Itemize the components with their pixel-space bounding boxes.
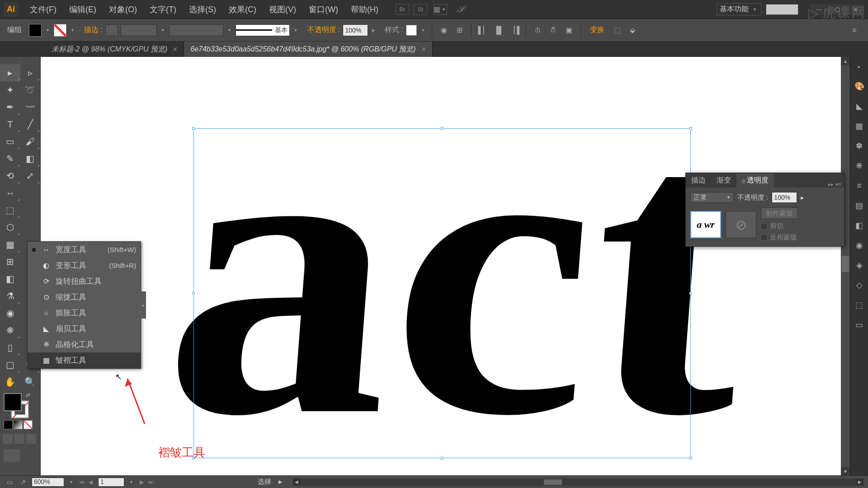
flyout-scallop-tool[interactable]: ◣ 扇贝工具 bbox=[28, 321, 141, 337]
flyout-crystallize-tool[interactable]: ※ 晶格化工具 bbox=[28, 337, 141, 352]
menu-help[interactable]: 帮助(H) bbox=[344, 2, 385, 17]
transform-link[interactable]: 变换 bbox=[590, 25, 604, 35]
next-artboard-button[interactable]: ▶ bbox=[138, 479, 146, 486]
chevron-down-icon[interactable]: ▼ bbox=[292, 28, 299, 33]
graphic-style-swatch[interactable] bbox=[406, 25, 417, 36]
chevron-down-icon[interactable]: ▼ bbox=[420, 28, 426, 33]
draw-inside-button[interactable] bbox=[26, 434, 36, 444]
rotate-tool[interactable]: ⟲ bbox=[0, 167, 20, 184]
gradient-panel-button[interactable]: ▤ bbox=[853, 199, 866, 212]
asset-export-panel-button[interactable]: ⬚ bbox=[853, 298, 866, 312]
bridge-button[interactable]: Br bbox=[396, 4, 409, 15]
opacity-input[interactable]: 100% bbox=[343, 24, 368, 36]
artboard-tool[interactable]: ▢ bbox=[0, 356, 20, 373]
color-mode-button[interactable] bbox=[4, 420, 13, 429]
layers-panel-button[interactable]: ◇ bbox=[853, 278, 866, 292]
flyout-warp-tool[interactable]: ◐ 变形工具 (Shift+R) bbox=[28, 258, 141, 273]
menu-view[interactable]: 视图(V) bbox=[263, 2, 302, 17]
stroke-swatch[interactable] bbox=[54, 24, 66, 37]
menu-edit[interactable]: 编辑(E) bbox=[63, 2, 103, 17]
eyedropper-tool[interactable]: ⚗ bbox=[0, 287, 20, 305]
align-left-button[interactable]: ▌▏ bbox=[477, 24, 490, 37]
column-graph-tool[interactable]: ▯ bbox=[0, 339, 20, 356]
mesh-tool[interactable]: ⊞ bbox=[0, 253, 20, 270]
appearance-panel-button[interactable]: ◉ bbox=[853, 239, 866, 252]
rectangle-tool[interactable]: ▭ bbox=[0, 133, 20, 150]
scroll-down-icon[interactable]: ▼ bbox=[841, 467, 850, 475]
chevron-down-icon[interactable]: ▼ bbox=[128, 480, 135, 484]
pencil-tool[interactable]: ✎ bbox=[0, 150, 20, 167]
flyout-wrinkle-tool[interactable]: ▦ 皱褶工具 bbox=[28, 352, 141, 368]
make-mask-button[interactable]: 制作蒙版 bbox=[761, 207, 798, 219]
invert-mask-checkbox[interactable]: 反相蒙版 bbox=[761, 233, 798, 242]
opacity-slider-icon[interactable]: ▶ bbox=[801, 195, 804, 200]
chevron-down-icon[interactable]: ▶ bbox=[371, 28, 377, 33]
close-icon[interactable]: ✕ bbox=[420, 46, 426, 53]
brushes-panel-button[interactable]: ✽ bbox=[853, 139, 866, 153]
isolate-button[interactable]: ▣ bbox=[562, 24, 575, 37]
pen-tool[interactable]: ✒ bbox=[0, 99, 20, 116]
first-artboard-button[interactable]: ⏮ bbox=[78, 479, 85, 486]
none-mode-button[interactable] bbox=[24, 420, 33, 429]
chevron-down-icon[interactable]: ▼ bbox=[44, 28, 51, 33]
tab-doc-2[interactable]: 6e74b33e53d0aa5d5256b47d49dc53a.jpg* @ 6… bbox=[184, 42, 432, 57]
perspective-tool[interactable]: ▦ bbox=[0, 236, 20, 253]
mask-thumbnail[interactable]: ⊘ bbox=[726, 211, 756, 238]
draw-normal-button[interactable] bbox=[3, 434, 13, 444]
flyout-bloat-tool[interactable]: ○ 膨胀工具 bbox=[28, 305, 141, 321]
flyout-twirl-tool[interactable]: ⟳ 旋转扭曲工具 bbox=[28, 273, 141, 289]
panel-grip[interactable]: ┉┉ bbox=[0, 60, 40, 64]
panel-tab-gradient[interactable]: 渐变 bbox=[711, 174, 736, 188]
recolor-button[interactable]: ◉ bbox=[438, 24, 450, 37]
scroll-up-icon[interactable]: ▲ bbox=[841, 57, 850, 65]
swatches-panel-button[interactable]: ▦ bbox=[853, 119, 866, 133]
magic-wand-tool[interactable]: ✦ bbox=[0, 81, 20, 99]
fill-color-swatch[interactable] bbox=[4, 393, 22, 411]
selection-tool[interactable]: ▸ bbox=[0, 64, 20, 81]
chevron-right-icon[interactable]: ▶ bbox=[278, 479, 282, 485]
eraser-tool[interactable]: ◧ bbox=[20, 150, 41, 167]
collapse-icon[interactable]: ▸▸ bbox=[828, 181, 834, 188]
free-transform-tool[interactable]: ⬚ bbox=[0, 202, 20, 219]
graphic-styles-panel-button[interactable]: ◈ bbox=[853, 258, 866, 272]
tearoff-handle[interactable]: ▸ bbox=[141, 291, 146, 319]
prev-artboard-button[interactable]: ◀ bbox=[87, 479, 94, 486]
scrollbar-thumb[interactable] bbox=[842, 256, 849, 272]
status-export-icon[interactable]: ↗ bbox=[18, 478, 28, 486]
align-right-button[interactable]: ▕▐ bbox=[508, 24, 520, 37]
scale-tool[interactable]: ⤢ bbox=[20, 167, 41, 184]
panel-tab-transparency[interactable]: ◇透明度 bbox=[736, 174, 774, 188]
workspace-switcher[interactable]: 基本功能 ▼ bbox=[717, 3, 761, 15]
bounding-box[interactable] bbox=[193, 128, 691, 458]
color-guide-panel-button[interactable]: ◣ bbox=[853, 99, 866, 113]
zoom-input[interactable]: 600% bbox=[32, 478, 64, 487]
vertical-scrollbar[interactable]: ▲ ▼ bbox=[841, 57, 850, 475]
scroll-right-icon[interactable]: ▶ bbox=[856, 479, 863, 486]
search-input[interactable] bbox=[766, 4, 798, 15]
gradient-tool[interactable]: ◧ bbox=[0, 270, 20, 287]
stroke-weight-stepper[interactable] bbox=[105, 24, 118, 36]
menu-effect[interactable]: 效果(C) bbox=[222, 2, 263, 17]
swap-fill-stroke-icon[interactable]: ⇄ bbox=[26, 392, 30, 398]
panel-menu-button[interactable]: ≡ bbox=[848, 24, 861, 37]
shape-builder-tool[interactable]: ⬡ bbox=[0, 219, 20, 236]
blend-mode-dropdown[interactable]: 正常 ▼ bbox=[690, 192, 734, 203]
menu-type[interactable]: 文字(T) bbox=[143, 2, 183, 17]
shape-button[interactable]: ⬚ bbox=[611, 24, 623, 37]
menu-file[interactable]: 文件(F) bbox=[24, 2, 63, 17]
paintbrush-tool[interactable]: 🖌 bbox=[20, 133, 41, 150]
type-tool[interactable]: T bbox=[0, 116, 20, 133]
transparency-panel-button[interactable]: ◧ bbox=[853, 219, 866, 232]
zoom-tool[interactable]: 🔍 bbox=[20, 373, 41, 390]
canvas[interactable]: act 褶皱工具 ↖ ▲ ▼ bbox=[41, 57, 850, 475]
collapse-panels-button[interactable]: ▸ bbox=[853, 60, 866, 73]
artboard-number-input[interactable]: 1 bbox=[98, 478, 124, 487]
menu-object[interactable]: 对象(O) bbox=[103, 2, 143, 17]
fill-swatch[interactable] bbox=[29, 24, 42, 37]
arrange-docs-button[interactable]: ▦▼ bbox=[434, 4, 447, 15]
stroke-panel-button[interactable]: ≡ bbox=[853, 179, 866, 192]
opacity-input[interactable]: 100% bbox=[772, 192, 797, 203]
curvature-tool[interactable]: 〰 bbox=[20, 99, 41, 116]
draw-behind-button[interactable] bbox=[14, 434, 24, 444]
scroll-left-icon[interactable]: ◀ bbox=[293, 479, 300, 486]
